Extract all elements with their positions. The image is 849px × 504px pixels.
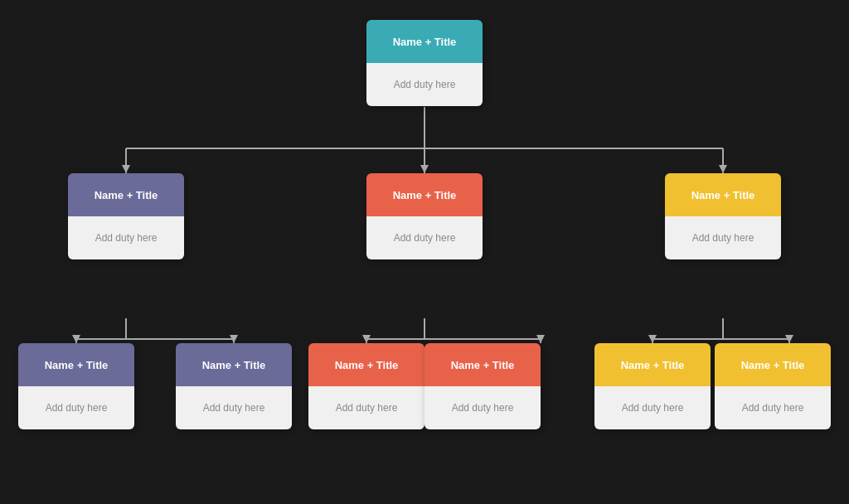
- svg-marker-13: [230, 335, 238, 343]
- node-root-header: Name + Title: [366, 20, 483, 63]
- node-rl-header: Name + Title: [594, 343, 711, 386]
- svg-marker-7: [719, 165, 727, 173]
- svg-marker-5: [122, 165, 130, 173]
- node-center[interactable]: Name + Title Add duty here: [366, 173, 483, 259]
- node-center-body: Add duty here: [366, 216, 483, 259]
- svg-marker-18: [362, 335, 371, 343]
- node-ll-header: Name + Title: [18, 343, 134, 386]
- node-center-header: Name + Title: [366, 173, 483, 216]
- node-root[interactable]: Name + Title Add duty here: [366, 20, 483, 106]
- node-right-right[interactable]: Name + Title Add duty here: [715, 343, 831, 429]
- node-cl-body: Add duty here: [308, 386, 424, 429]
- node-rl-body: Add duty here: [594, 386, 711, 429]
- node-right-left[interactable]: Name + Title Add duty here: [594, 343, 711, 429]
- node-right-header: Name + Title: [665, 173, 781, 216]
- node-lr-body: Add duty here: [176, 386, 292, 429]
- node-rr-header: Name + Title: [715, 343, 831, 386]
- node-lr-header: Name + Title: [176, 343, 292, 386]
- node-root-body: Add duty here: [366, 63, 483, 106]
- node-cr-header: Name + Title: [424, 343, 541, 386]
- node-cl-header: Name + Title: [308, 343, 424, 386]
- node-right-body: Add duty here: [665, 216, 781, 259]
- node-cr-body: Add duty here: [424, 386, 541, 429]
- svg-marker-6: [420, 165, 429, 173]
- node-left-right[interactable]: Name + Title Add duty here: [176, 343, 292, 429]
- node-ll-body: Add duty here: [18, 386, 134, 429]
- svg-marker-25: [785, 335, 793, 343]
- node-center-left[interactable]: Name + Title Add duty here: [308, 343, 424, 429]
- svg-marker-19: [536, 335, 545, 343]
- node-rr-body: Add duty here: [715, 386, 831, 429]
- node-left-body: Add duty here: [68, 216, 184, 259]
- node-left-left[interactable]: Name + Title Add duty here: [18, 343, 134, 429]
- org-chart: Name + Title Add duty here Name + Title …: [10, 12, 839, 492]
- node-left[interactable]: Name + Title Add duty here: [68, 173, 184, 259]
- svg-marker-24: [648, 335, 657, 343]
- node-left-header: Name + Title: [68, 173, 184, 216]
- svg-marker-12: [72, 335, 80, 343]
- node-center-right[interactable]: Name + Title Add duty here: [424, 343, 541, 429]
- node-right[interactable]: Name + Title Add duty here: [665, 173, 781, 259]
